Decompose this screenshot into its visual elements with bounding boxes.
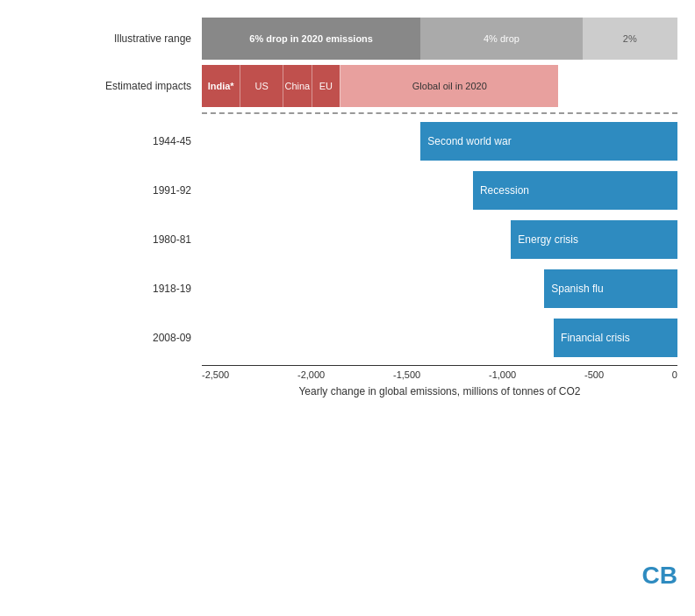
x-tick-4: -500 xyxy=(584,369,604,380)
hist-label-2008: 2008-09 xyxy=(88,332,202,344)
illustrative-bars: 6% drop in 2020 emissions 4% drop 2% xyxy=(202,18,677,60)
hist-row-1991: 1991-92 Recession xyxy=(88,167,677,214)
estimated-bar-area: India* US China EU Global oil in 2020 xyxy=(202,65,677,107)
hist-bar-area-1944: Second world war xyxy=(202,122,677,161)
illustrative-row: Illustrative range 6% drop in 2020 emiss… xyxy=(88,18,677,60)
hist-row-2008: 2008-09 Financial crisis xyxy=(88,314,677,362)
historical-section: 1944-45 Second world war 1991-92 Recessi… xyxy=(88,118,677,362)
estimated-bars: India* US China EU Global oil in 2020 xyxy=(202,65,677,107)
hist-label-1991: 1991-92 xyxy=(88,184,202,197)
hist-row-1980: 1980-81 Energy crisis xyxy=(88,216,677,263)
x-tick-0: -2,500 xyxy=(202,369,229,380)
est-bar-china: China xyxy=(283,65,312,107)
hist-bar-1980: Energy crisis xyxy=(511,220,677,259)
x-tick-3: -1,000 xyxy=(489,369,516,380)
hist-bar-area-1918: Spanish flu xyxy=(202,269,677,308)
est-bar-eu: EU xyxy=(312,65,340,107)
x-ticks: -2,500 -2,000 -1,500 -1,000 -500 0 xyxy=(202,366,677,380)
hist-row-1944: 1944-45 Second world war xyxy=(88,118,677,165)
x-axis-label: Yearly change in global emissions, milli… xyxy=(202,385,677,398)
hist-bar-1944: Second world war xyxy=(420,122,677,161)
estimated-label: Estimated impacts xyxy=(88,80,202,92)
x-tick-1: -2,000 xyxy=(297,369,325,380)
illustrative-label: Illustrative range xyxy=(88,32,202,45)
illustrative-bar-area: 6% drop in 2020 emissions 4% drop 2% xyxy=(202,18,677,60)
chart-container: Illustrative range 6% drop in 2020 emiss… xyxy=(0,0,695,616)
hist-bar-area-2008: Financial crisis xyxy=(202,319,677,357)
x-axis: -2,500 -2,000 -1,500 -1,000 -500 0 xyxy=(202,365,677,380)
hist-bar-1918: Spanish flu xyxy=(544,269,677,308)
watermark: CB xyxy=(642,562,677,590)
hist-bar-2008: Financial crisis xyxy=(554,319,677,357)
hist-bar-area-1980: Energy crisis xyxy=(202,220,677,259)
hist-label-1944: 1944-45 xyxy=(88,135,202,147)
x-tick-2: -1,500 xyxy=(393,369,420,380)
estimated-row: Estimated impacts India* US China EU Glo… xyxy=(88,65,677,107)
illus-bar-2pct: 2% xyxy=(583,18,677,60)
illus-bar-6pct: 6% drop in 2020 emissions xyxy=(202,18,420,60)
est-bar-india: India* xyxy=(202,65,240,107)
est-bar-global: Global oil in 2020 xyxy=(340,65,558,107)
hist-row-1918: 1918-19 Spanish flu xyxy=(88,265,677,312)
est-bar-us: US xyxy=(240,65,283,107)
x-tick-5: 0 xyxy=(672,369,677,380)
hist-label-1980: 1980-81 xyxy=(88,233,202,246)
hist-bar-1991: Recession xyxy=(473,171,677,210)
hist-label-1918: 1918-19 xyxy=(88,283,202,295)
hist-bar-area-1991: Recession xyxy=(202,171,677,210)
dashed-separator xyxy=(202,112,677,114)
illus-bar-4pct: 4% drop xyxy=(420,18,582,60)
